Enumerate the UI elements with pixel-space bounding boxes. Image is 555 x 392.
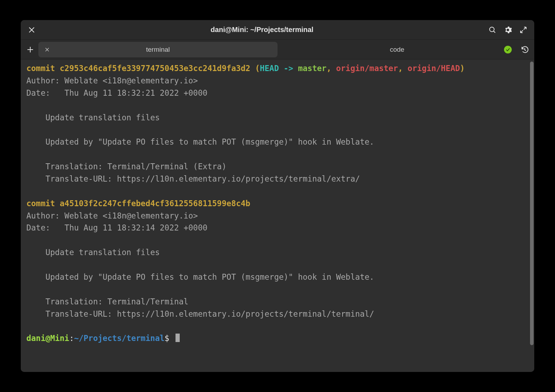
close-window-button[interactable] [26,24,38,36]
tabbar: terminal code [21,40,534,59]
titlebar: dani@Mini: ~/Projects/terminal [21,20,534,40]
tabs: terminal code [38,42,517,57]
new-tab-button[interactable] [24,44,36,56]
settings-button[interactable] [502,24,514,36]
terminal-output[interactable]: commit c2953c46caf5fe339774750453e3cc241… [21,59,534,372]
scrollbar-thumb[interactable] [530,62,534,345]
terminal-viewport[interactable]: commit c2953c46caf5fe339774750453e3cc241… [21,59,534,372]
window-title: dani@Mini: ~/Projects/terminal [41,26,483,34]
success-status-icon [504,46,512,53]
tab-terminal[interactable]: terminal [38,42,278,57]
history-button[interactable] [519,44,531,56]
scrollbar[interactable] [530,62,534,370]
close-tab-button[interactable] [43,46,51,53]
tab-code[interactable]: code [278,42,517,57]
svg-point-0 [490,27,494,32]
tab-label: code [294,46,500,53]
tab-label: terminal [55,46,261,53]
search-button[interactable] [486,24,498,36]
fullscreen-button[interactable] [517,24,529,36]
cursor [176,334,180,342]
terminal-window: dani@Mini: ~/Projects/terminal terminal [21,20,534,372]
